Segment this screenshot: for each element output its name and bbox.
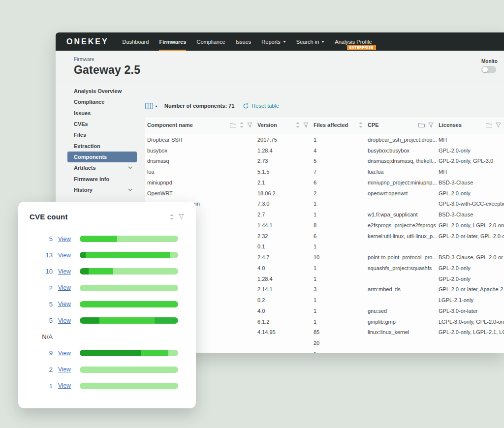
table-header-row: Component nameVersionFiles affectedCPELi…: [145, 117, 504, 133]
table-row[interactable]: 6.1.21gmplib:gmpLGPL-3.0-only, GPL-2.0-o…: [145, 316, 504, 327]
table-toolbar: ▲ Number of components: 71 Reset table: [145, 101, 279, 110]
cve-count: 10: [18, 268, 53, 275]
table-row[interactable]: OpenWRT18.06.22openwrt:openwrtGPL-2.0-on…: [145, 188, 504, 199]
nav-item-firmwares[interactable]: Firmwares: [159, 32, 186, 51]
table-row[interactable]: 2.326kernel:util-linux, util-linux_p...G…: [145, 231, 504, 242]
view-link[interactable]: View: [58, 382, 80, 389]
sidebar-item-analysis-overview[interactable]: Analysis Overview: [67, 86, 137, 96]
cell-version: 2.14.1: [255, 286, 312, 292]
view-link[interactable]: View: [58, 284, 80, 291]
sort-icon[interactable]: [359, 122, 363, 128]
nav-item-compliance[interactable]: Compliance: [196, 32, 225, 51]
folder-icon[interactable]: [418, 122, 425, 128]
sidebar-item-label: Firmware Info: [74, 176, 109, 182]
cve-count: 9: [18, 349, 53, 357]
columns-icon[interactable]: [145, 103, 153, 109]
table-row[interactable]: 0.11: [145, 242, 504, 252]
monitoring-toggle[interactable]: [481, 66, 496, 73]
table-row[interactable]: 4.01squashfs_project:squashfsGPL-2.0-onl…: [145, 263, 504, 274]
reset-table-button[interactable]: Reset table: [243, 103, 279, 109]
nav-item-label: Compliance: [196, 39, 225, 45]
cve-row: 2View: [18, 280, 196, 296]
column-header-files-affected[interactable]: Files affected: [312, 117, 366, 133]
view-link[interactable]: View: [58, 252, 80, 259]
sidebar-item-artifacts[interactable]: Artifacts: [67, 162, 137, 173]
table-row[interactable]: 2018-02-24-1-45...1: [145, 348, 504, 353]
cell-cpe: miniupnp_project:miniupnp...: [366, 180, 437, 185]
table-row[interactable]: 1.28.41GPL-2.0-only: [145, 274, 504, 284]
sort-icon[interactable]: [170, 214, 174, 220]
cve-row: 5View: [18, 231, 196, 247]
cell-licenses: GPL-2.0-only, LGPL-2.1, LG...: [437, 329, 504, 335]
cell-licenses: MIT: [437, 137, 504, 143]
cell-licenses: GPL-2.0-only: [437, 276, 504, 282]
table-row[interactable]: dnsmasq2.735dnsmasq:dnsmasq, thekell...G…: [145, 156, 504, 167]
sidebar-item-issues[interactable]: Issues: [67, 108, 137, 119]
sidebar-item-components[interactable]: Components: [67, 152, 137, 162]
sidebar-item-files[interactable]: Files: [67, 129, 137, 140]
nav-item-search-in[interactable]: Search in: [296, 32, 324, 51]
view-link[interactable]: View: [58, 350, 80, 357]
table-row[interactable]: 1.44.18e2fsprogs_project:e2fsprogsGPL-2.…: [145, 220, 504, 231]
sort-icon[interactable]: [240, 122, 244, 128]
filter-icon[interactable]: [496, 122, 501, 128]
cell-files: 1: [312, 351, 366, 353]
nav-item-label: Analysis Profile: [335, 39, 372, 45]
filter-icon[interactable]: [247, 122, 252, 128]
sidebar-item-firmware-info[interactable]: Firmware Info: [67, 173, 137, 184]
table-row[interactable]: 4.01gnu:sedGPL-3.0-or-later: [145, 306, 504, 316]
table-row[interactable]: 0.21LGPL-2.1-only: [145, 295, 504, 306]
table-row[interactable]: Dropbear SSH2017.751dropbear_ssh_project…: [145, 134, 504, 145]
column-header-cpe[interactable]: CPE: [366, 117, 437, 133]
sidebar-item-label: Issues: [74, 110, 91, 116]
toggle-knob: [482, 67, 488, 72]
folder-icon[interactable]: [486, 122, 492, 128]
nav-item-issues[interactable]: Issues: [236, 32, 252, 51]
nav-item-dashboard[interactable]: Dashboard: [123, 32, 149, 51]
table-row[interactable]: 4.14.9585linux:linux_kernelGPL-2.0-only,…: [145, 327, 504, 338]
folder-icon[interactable]: [230, 122, 236, 128]
table-row[interactable]: busybox1.28.44busybox:busyboxGPL-2.0-onl…: [145, 145, 504, 156]
cve-row: 5View: [18, 312, 196, 329]
sidebar-item-label: History: [74, 187, 93, 193]
cell-cpe: gnu:sed: [366, 308, 437, 314]
column-header-icons: [359, 122, 363, 128]
cell-files: 2: [312, 190, 366, 196]
cell-version: 0.2: [255, 297, 312, 303]
cell-cpe: w1.fi:wpa_supplicant: [366, 212, 437, 217]
filter-icon[interactable]: [303, 122, 309, 128]
column-header-component-name[interactable]: Component name: [145, 117, 255, 133]
view-link[interactable]: View: [58, 268, 80, 275]
nav-item-analysis-profile[interactable]: Analysis ProfileENTERPRISE: [335, 32, 372, 51]
table-row[interactable]: 2.71w1.fi:wpa_supplicantBSD-3-Clause: [145, 209, 504, 220]
sidebar-item-label: Files: [74, 132, 86, 138]
sort-icon[interactable]: [296, 122, 300, 128]
table-row[interactable]: 2017-09-06-a61ac...20: [145, 337, 504, 348]
cell-cpe: e2fsprogs_project:e2fsprogs: [366, 222, 437, 228]
cell-licenses: GPL-2.0-or-later, GPL-2.0-o...: [437, 233, 504, 239]
sidebar-item-history[interactable]: History: [67, 184, 137, 195]
table-row[interactable]: lua5.1.57lua:luaMIT: [145, 166, 504, 177]
nav-item-reports[interactable]: Reports: [261, 32, 286, 51]
enterprise-badge: ENTERPRISE: [347, 45, 376, 50]
view-link[interactable]: View: [58, 366, 80, 373]
table-row[interactable]: 2.14.13arm:mbed_tlsGPL-2.0-or-later, Apa…: [145, 284, 504, 295]
sidebar-item-label: CVEs: [74, 121, 88, 127]
filter-icon[interactable]: [179, 214, 184, 219]
cell-name: dnsmasq: [145, 158, 255, 164]
sidebar-item-compliance[interactable]: Compliance: [67, 96, 137, 107]
filter-icon[interactable]: [428, 122, 434, 128]
column-header-label: Licenses: [439, 122, 462, 128]
view-link[interactable]: View: [58, 317, 80, 324]
column-header-licenses[interactable]: Licenses: [437, 117, 504, 133]
view-link[interactable]: View: [58, 301, 80, 307]
cve-count-bar: [80, 285, 178, 291]
view-link[interactable]: View: [58, 236, 80, 243]
table-row[interactable]: hain7.3.01GPL-3.0-with-GCC-exception: [145, 199, 504, 210]
column-header-version[interactable]: Version: [255, 117, 312, 133]
cell-cpe: arm:mbed_tls: [366, 286, 437, 292]
table-row[interactable]: miniupnpd2.16miniupnp_project:miniupnp..…: [145, 177, 504, 188]
sidebar-item-cves[interactable]: CVEs: [67, 119, 137, 129]
table-row[interactable]: 2.4.710point-to-point_protocol_pro...BSD…: [145, 252, 504, 263]
sidebar-item-extraction[interactable]: Extraction: [67, 140, 137, 151]
